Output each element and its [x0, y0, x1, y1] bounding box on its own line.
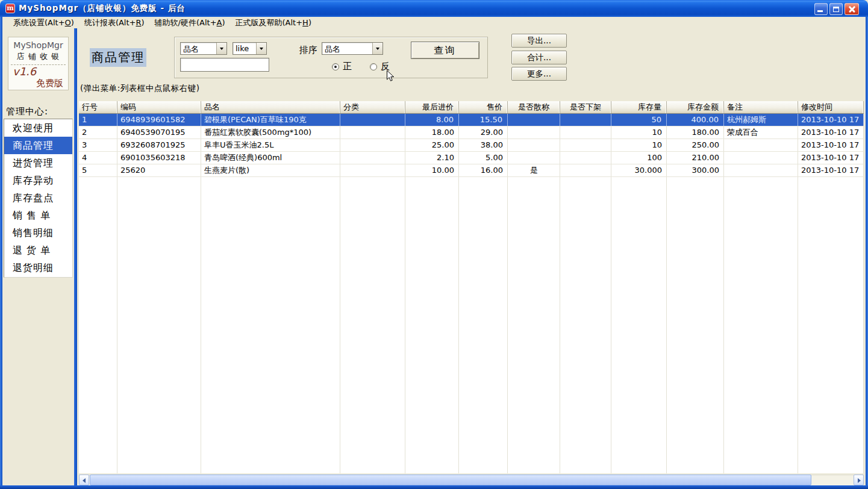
cell	[508, 152, 560, 164]
horizontal-scrollbar[interactable]	[79, 475, 864, 485]
nav-list: 欢迎使用商品管理进货管理库存异动库存盘点销 售 单销售明细退 货 单退货明细	[4, 119, 73, 278]
export-button[interactable]: 导出...	[511, 34, 567, 48]
titlebar[interactable]: m MyShopMgr（店铺收银）免费版 - 后台	[0, 0, 868, 17]
table-row-5[interactable]: 525620生燕麦片(散)10.0016.00是30.000300.002013…	[79, 164, 864, 177]
cell	[560, 152, 611, 164]
cell: 3	[79, 139, 117, 151]
menu-item-2[interactable]: 辅助软/硬件(Alt+A)	[150, 17, 230, 28]
cell: 25620	[117, 164, 201, 176]
cell: 阜丰U香玉米油2.5L	[201, 139, 340, 151]
sort-combo[interactable]: 品名	[322, 42, 383, 55]
arrow-right-icon	[858, 478, 861, 483]
table-row-2[interactable]: 26940539070195番茄红素软胶囊(500mg*100)18.0029.…	[79, 126, 864, 139]
column-header-11[interactable]: 修改时间	[798, 101, 864, 113]
cell: 是	[508, 164, 560, 176]
search-operator-combo[interactable]: like	[233, 42, 267, 55]
chevron-down-icon	[220, 48, 223, 50]
cell	[340, 139, 405, 151]
cell: 210.00	[667, 152, 724, 164]
scroll-left-button[interactable]	[79, 475, 89, 485]
window-frame-right	[866, 17, 868, 485]
column-header-0[interactable]: 行号	[79, 101, 117, 113]
radio-descending-label: 反	[381, 61, 390, 72]
radio-ascending[interactable]	[332, 63, 339, 70]
sidebar-item-4[interactable]: 库存盘点	[4, 189, 72, 207]
cell	[724, 152, 798, 164]
cell: 180.00	[667, 126, 724, 139]
cell: 250.00	[667, 139, 724, 151]
sidebar-item-7[interactable]: 退 货 单	[4, 241, 72, 259]
cell	[560, 114, 611, 126]
table-row-1[interactable]: 16948939601582碧根果(PECAN)百草味190克8.0015.50…	[79, 114, 864, 126]
cell: 18.00	[405, 126, 459, 139]
sidebar-item-0[interactable]: 欢迎使用	[4, 119, 72, 137]
cell	[724, 164, 798, 176]
menu-item-1[interactable]: 统计报表(Alt+R)	[80, 17, 149, 28]
page-title: 商品管理	[90, 48, 146, 67]
minimize-button[interactable]	[814, 3, 828, 15]
cell: 300.00	[667, 164, 724, 176]
column-header-3[interactable]: 分类	[340, 101, 405, 113]
search-input[interactable]	[180, 58, 269, 72]
cell: 生燕麦片(散)	[201, 164, 340, 176]
menu-item-3[interactable]: 正式版及帮助(Alt+H)	[231, 17, 316, 28]
sidebar-item-5[interactable]: 销 售 单	[4, 207, 72, 224]
logo-version: v1.6	[8, 66, 68, 78]
dropdown-button[interactable]	[216, 43, 226, 54]
cell	[560, 139, 611, 151]
search-operator-value: like	[236, 44, 249, 53]
table-row-3[interactable]: 36932608701925阜丰U香玉米油2.5L25.0038.0010250…	[79, 139, 864, 152]
cell	[508, 114, 560, 126]
dropdown-button[interactable]	[372, 43, 382, 54]
total-button[interactable]: 合计...	[511, 51, 567, 64]
search-field-combo[interactable]: 品名	[180, 42, 227, 55]
sort-direction-radios: 正 反	[332, 61, 390, 72]
cell: 2013-10-10 17	[798, 139, 864, 151]
dropdown-button[interactable]	[256, 43, 266, 54]
cell: 5.00	[459, 152, 508, 164]
cell: 15.50	[459, 114, 508, 126]
maximize-button[interactable]	[829, 3, 843, 15]
scrollbar-thumb[interactable]	[90, 475, 811, 485]
cell: 杭州郝姆斯	[724, 114, 798, 126]
cell: 荣成百合	[724, 126, 798, 139]
cell	[560, 126, 611, 139]
product-table: 行号编码品名分类最后进价售价是否散称是否下架库存量库存金额备注修改时间 1694…	[79, 101, 864, 473]
column-header-5[interactable]: 售价	[459, 101, 508, 113]
cell: 2.10	[405, 152, 459, 164]
cell: 8.00	[405, 114, 459, 126]
column-header-1[interactable]: 编码	[117, 101, 201, 113]
cell	[340, 164, 405, 176]
column-header-2[interactable]: 品名	[201, 101, 340, 113]
column-header-6[interactable]: 是否散称	[508, 101, 560, 113]
sidebar-item-2[interactable]: 进货管理	[4, 154, 72, 172]
sidebar-item-8[interactable]: 退货明细	[4, 259, 72, 276]
column-header-10[interactable]: 备注	[724, 101, 798, 113]
cell: 100	[611, 152, 667, 164]
sidebar-item-6[interactable]: 销售明细	[4, 224, 72, 241]
radio-descending[interactable]	[370, 63, 377, 70]
menubar: 系统设置(Alt+O)统计报表(Alt+R)辅助软/硬件(Alt+A)正式版及帮…	[2, 17, 866, 28]
sidebar-item-3[interactable]: 库存异动	[4, 172, 72, 189]
cell: 16.00	[459, 164, 508, 176]
column-header-4[interactable]: 最后进价	[405, 101, 459, 113]
scroll-right-button[interactable]	[854, 475, 864, 485]
cell: 29.00	[459, 126, 508, 139]
query-button[interactable]: 查询	[411, 42, 479, 59]
column-header-9[interactable]: 库存金额	[667, 101, 724, 113]
cell: 2013-10-10 17	[798, 126, 864, 139]
cell	[508, 126, 560, 139]
sidebar-item-1[interactable]: 商品管理	[4, 137, 72, 154]
more-button[interactable]: 更多...	[511, 67, 567, 81]
sidebar-divider	[74, 28, 77, 485]
column-header-8[interactable]: 库存量	[611, 101, 667, 113]
column-header-7[interactable]: 是否下架	[560, 101, 611, 113]
cell: 30.000	[611, 164, 667, 176]
table-row-4[interactable]: 46901035603218青岛啤酒(经典)600ml2.105.0010021…	[79, 152, 864, 164]
menu-item-0[interactable]: 系统设置(Alt+O)	[8, 17, 79, 28]
table-body: 16948939601582碧根果(PECAN)百草味190克8.0015.50…	[79, 114, 864, 473]
close-button[interactable]	[845, 3, 859, 15]
cell	[340, 126, 405, 139]
cell: 50	[611, 114, 667, 126]
table-header: 行号编码品名分类最后进价售价是否散称是否下架库存量库存金额备注修改时间	[79, 101, 864, 114]
